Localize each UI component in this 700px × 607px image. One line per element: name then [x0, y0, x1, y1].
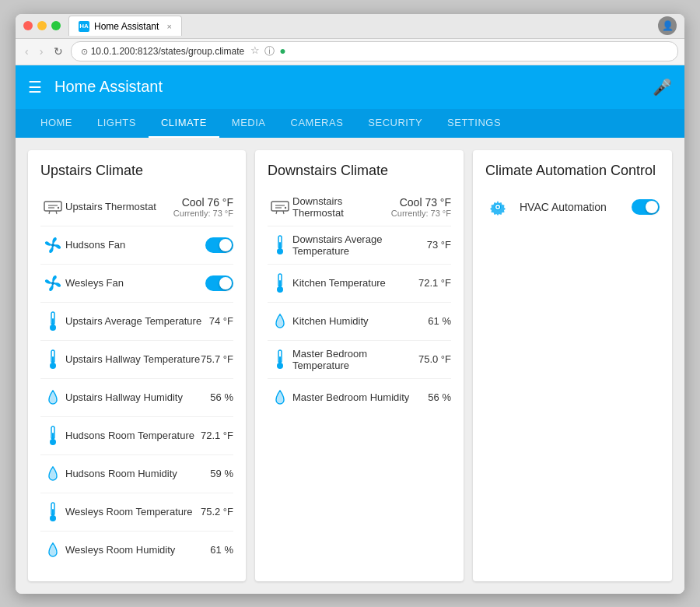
profile-icon[interactable]: 👤: [658, 16, 677, 35]
tab-close-button[interactable]: ×: [166, 22, 171, 31]
wesleys-room-temp-label: Wesleys Room Temperature: [65, 506, 201, 518]
hudsons-fan-toggle[interactable]: [205, 237, 233, 253]
downstairs-thermostat-value: Cool 73 °F Currently: 73 °F: [391, 196, 451, 218]
upstairs-thermostat-label: Upstairs Thermostat: [65, 201, 173, 212]
svg-rect-30: [279, 280, 281, 287]
fan-icon: [40, 271, 65, 296]
tab-favicon: HA: [79, 21, 89, 32]
nav-tab-lights[interactable]: LIGHTS: [85, 109, 149, 138]
forward-button[interactable]: ›: [37, 42, 47, 61]
back-button[interactable]: ‹: [22, 42, 32, 61]
tab-bar: HA Home Assistant ×: [68, 14, 658, 38]
humidity-icon: [40, 538, 65, 563]
svg-point-10: [50, 325, 56, 331]
reload-button[interactable]: ↻: [51, 42, 66, 61]
svg-rect-15: [52, 433, 54, 440]
table-row: Kitchen Humidity 61 %: [268, 303, 451, 341]
svg-point-37: [497, 205, 499, 208]
nav-tab-cameras[interactable]: CAMERAS: [278, 109, 356, 138]
browser-tab[interactable]: HA Home Assistant ×: [68, 16, 182, 36]
kitchen-temp-value: 72.1 °F: [418, 277, 451, 289]
table-row: Wesleys Room Humidity 61 %: [40, 532, 233, 569]
wesleys-room-temp-value: 75.2 °F: [201, 506, 233, 518]
nav-tab-settings[interactable]: SETTINGS: [435, 109, 513, 138]
svg-rect-20: [271, 202, 289, 211]
svg-point-28: [277, 248, 283, 254]
table-row: Hudsons Room Humidity 59 %: [40, 455, 233, 493]
svg-rect-27: [279, 242, 281, 249]
extension-icon[interactable]: ●: [279, 44, 285, 58]
downstairs-climate-card: Downstairs Climate Downstairs Thermostat: [255, 150, 464, 581]
browser-titlebar: HA Home Assistant × 👤: [16, 14, 684, 39]
wesleys-fan-label: Wesleys Fan: [65, 277, 205, 289]
table-row: Upstairs Thermostat Cool 76 °F Currently…: [40, 188, 233, 226]
table-row: Upstairs Average Temperature 74 °F: [40, 303, 233, 341]
hudsons-fan-label: Hudsons Fan: [65, 239, 205, 251]
nav-tab-security[interactable]: SECURITY: [355, 109, 435, 138]
thermometer-icon: [268, 271, 292, 296]
close-button[interactable]: [23, 21, 33, 30]
upstairs-thermostat-value: Cool 76 °F Currently: 73 °F: [173, 196, 233, 218]
svg-point-31: [277, 286, 283, 293]
downstairs-avg-temp-label: Downstairs Average Temperature: [292, 233, 427, 257]
thermometer-icon: [40, 347, 65, 372]
table-row: Upstairs Hallway Temperature 75.7 °F: [40, 341, 233, 379]
app-header: ☰ Home Assistant 🎤: [16, 65, 684, 109]
humidity-icon: [268, 309, 292, 334]
nav-tab-climate[interactable]: CLIMATE: [149, 109, 219, 138]
address-bar[interactable]: ⊙ 10.0.1.200:8123/states/group.climate ☆…: [71, 41, 678, 61]
nav-tabs: HOME LIGHTS CLIMATE MEDIA CAMERAS SECURI…: [16, 109, 684, 138]
maximize-button[interactable]: [51, 21, 61, 30]
master-bedroom-temp-label: Master Bedroom Temperature: [292, 348, 418, 371]
thermometer-icon: [40, 500, 65, 525]
table-row: Master Bedroom Humidity 56 %: [268, 379, 451, 416]
ac-icon: [268, 195, 292, 219]
ac-icon: [40, 195, 65, 219]
bookmark-icon[interactable]: ☆: [250, 44, 260, 58]
kitchen-humidity-value: 61 %: [428, 315, 451, 327]
content-area: Upstairs Climate Upstairs Thermostat Coo: [16, 138, 684, 594]
master-bedroom-humidity-label: Master Bedroom Humidity: [292, 391, 428, 403]
tab-title: Home Assistant: [94, 21, 159, 32]
hudsons-room-temp-label: Hudsons Room Temperature: [65, 430, 201, 441]
svg-point-6: [51, 244, 54, 247]
upstairs-hallway-temp-label: Upstairs Hallway Temperature: [65, 353, 201, 365]
humidity-icon: [40, 385, 65, 410]
thermometer-icon: [268, 233, 292, 258]
master-bedroom-humidity-value: 56 %: [428, 391, 451, 403]
table-row: Wesleys Fan: [40, 265, 233, 303]
humidity-icon: [40, 461, 65, 486]
minimize-button[interactable]: [37, 21, 47, 30]
thermometer-icon: [268, 347, 292, 372]
downstairs-avg-temp-value: 73 °F: [427, 239, 451, 251]
nav-tab-media[interactable]: MEDIA: [219, 109, 278, 138]
kitchen-temp-label: Kitchen Temperature: [292, 277, 418, 289]
svg-point-7: [51, 282, 54, 285]
upstairs-hallway-temp-value: 75.7 °F: [201, 353, 233, 365]
table-row: Downstairs Thermostat Cool 73 °F Current…: [268, 188, 451, 226]
table-row: Wesleys Room Temperature 75.2 °F: [40, 493, 233, 532]
wesleys-room-humidity-label: Wesleys Room Humidity: [65, 544, 210, 556]
info-icon[interactable]: ⓘ: [264, 44, 275, 58]
table-row: Upstairs Hallway Humidity 56 %: [40, 379, 233, 417]
svg-point-13: [50, 363, 56, 369]
traffic-lights: [23, 21, 61, 30]
hudsons-room-humidity-value: 59 %: [210, 468, 233, 479]
hvac-automation-toggle[interactable]: [632, 199, 660, 215]
thermometer-icon: [40, 423, 65, 448]
master-bedroom-temp-value: 75.0 °F: [418, 353, 451, 365]
mic-icon[interactable]: 🎤: [653, 78, 672, 96]
hamburger-menu[interactable]: ☰: [28, 78, 42, 96]
upstairs-avg-temp-label: Upstairs Average Temperature: [65, 315, 209, 327]
address-bar-row: ‹ › ↻ ⊙ 10.0.1.200:8123/states/group.cli…: [16, 39, 684, 65]
upstairs-climate-card: Upstairs Climate Upstairs Thermostat Coo: [28, 150, 246, 581]
downstairs-card-title: Downstairs Climate: [268, 163, 451, 179]
fan-icon: [40, 233, 65, 258]
kitchen-humidity-label: Kitchen Humidity: [292, 315, 428, 327]
browser-window: HA Home Assistant × 👤 ‹ › ↻ ⊙ 10.0.1.200…: [16, 14, 684, 594]
climate-automation-card: Climate Automation Control HVAC Automati…: [473, 150, 672, 581]
hudsons-room-temp-value: 72.1 °F: [201, 430, 233, 441]
svg-point-34: [277, 363, 283, 369]
nav-tab-home[interactable]: HOME: [28, 109, 85, 138]
wesleys-fan-toggle[interactable]: [205, 275, 233, 291]
